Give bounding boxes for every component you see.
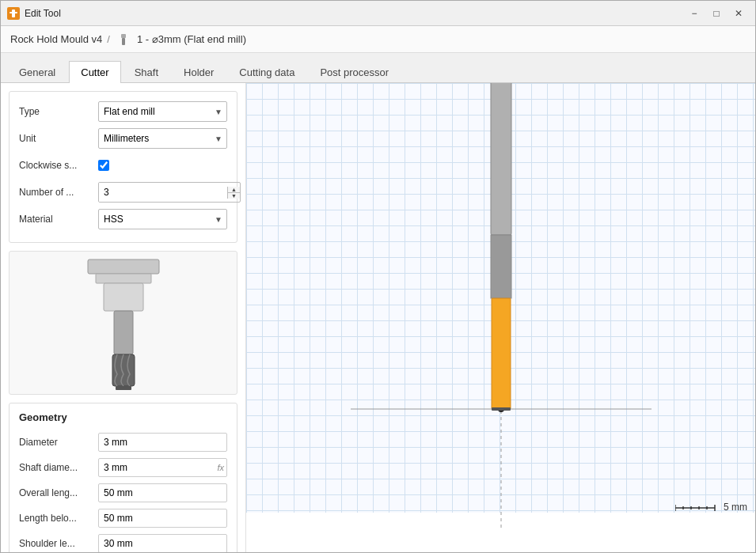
tab-post-processor[interactable]: Post processor bbox=[308, 61, 401, 83]
breadcrumb-project: Rock Hold Mould v4 bbox=[10, 33, 102, 45]
flutes-input[interactable] bbox=[99, 183, 227, 202]
shaft-diam-label: Shaft diame... bbox=[19, 462, 98, 473]
type-row: Type Flat end mill ▼ bbox=[19, 100, 227, 123]
clockwise-control bbox=[98, 160, 227, 171]
length-below-control bbox=[98, 509, 227, 528]
geometry-title: Geometry bbox=[19, 411, 227, 423]
svg-rect-9 bbox=[116, 386, 131, 390]
shoulder-label: Shoulder le... bbox=[19, 538, 98, 549]
unit-label: Unit bbox=[19, 133, 98, 144]
minimize-button[interactable]: − bbox=[684, 3, 705, 24]
clockwise-row: Clockwise s... bbox=[19, 153, 227, 177]
cutter-properties-section: Type Flat end mill ▼ Unit Millimeters bbox=[9, 91, 237, 243]
shoulder-input[interactable] bbox=[98, 534, 227, 552]
diameter-row: Diameter bbox=[19, 431, 227, 453]
viewer-svg bbox=[351, 83, 652, 528]
svg-rect-2 bbox=[121, 34, 126, 38]
svg-rect-6 bbox=[104, 283, 143, 311]
window-title: Edit Tool bbox=[25, 8, 684, 19]
clockwise-label: Clockwise s... bbox=[19, 160, 98, 171]
tool-svg bbox=[76, 252, 171, 394]
shaft-diam-input[interactable] bbox=[98, 458, 227, 477]
svg-rect-3 bbox=[122, 38, 125, 45]
svg-rect-4 bbox=[88, 259, 159, 274]
tab-general[interactable]: General bbox=[7, 61, 67, 83]
unit-control: Millimeters ▼ bbox=[98, 128, 227, 149]
scale-label: 5 mm bbox=[724, 502, 747, 513]
shoulder-control bbox=[98, 534, 227, 552]
length-below-row: Length belo... bbox=[19, 507, 227, 529]
type-label: Type bbox=[19, 106, 98, 117]
tab-bar: General Cutter Shaft Holder Cutting data… bbox=[1, 53, 755, 83]
svg-rect-15 bbox=[492, 298, 511, 409]
app-icon bbox=[7, 7, 20, 20]
flutes-row: Number of ... ▲ ▼ bbox=[19, 180, 227, 204]
length-below-input[interactable] bbox=[98, 509, 227, 528]
tab-holder[interactable]: Holder bbox=[172, 61, 226, 83]
unit-select[interactable]: Millimeters bbox=[98, 128, 227, 149]
breadcrumb: Rock Hold Mould v4 / 1 - ⌀3mm (Flat end … bbox=[1, 26, 755, 53]
flutes-spinner-buttons: ▲ ▼ bbox=[227, 187, 240, 199]
svg-rect-1 bbox=[12, 9, 15, 17]
tool-image bbox=[9, 251, 237, 395]
flutes-control: ▲ ▼ bbox=[98, 182, 241, 203]
svg-rect-13 bbox=[491, 83, 511, 235]
flutes-spinner: ▲ ▼ bbox=[98, 182, 241, 203]
material-label: Material bbox=[19, 214, 98, 225]
flutes-increment[interactable]: ▲ bbox=[228, 187, 240, 193]
right-panel: 5 mm Accept Cancel bbox=[246, 83, 755, 552]
overall-length-row: Overall leng... bbox=[19, 482, 227, 504]
window-controls: − □ ✕ bbox=[684, 3, 749, 24]
maximize-button[interactable]: □ bbox=[706, 3, 727, 24]
tab-cutter[interactable]: Cutter bbox=[69, 61, 120, 83]
flutes-decrement[interactable]: ▼ bbox=[228, 193, 240, 199]
diameter-control bbox=[98, 433, 227, 452]
material-control: HSS ▼ bbox=[98, 209, 227, 229]
tool-visualization bbox=[246, 83, 755, 513]
svg-rect-7 bbox=[114, 311, 133, 354]
unit-row: Unit Millimeters ▼ bbox=[19, 127, 227, 150]
material-select[interactable]: HSS bbox=[98, 209, 227, 229]
overall-length-control bbox=[98, 483, 227, 502]
tab-cutting-data[interactable]: Cutting data bbox=[227, 61, 306, 83]
breadcrumb-tool: 1 - ⌀3mm (Flat end mill) bbox=[137, 33, 246, 45]
edit-tool-window: Edit Tool − □ ✕ Rock Hold Mould v4 / 1 -… bbox=[0, 0, 756, 553]
breadcrumb-separator: / bbox=[107, 33, 110, 45]
close-button[interactable]: ✕ bbox=[728, 3, 749, 24]
flutes-label: Number of ... bbox=[19, 187, 98, 198]
svg-rect-14 bbox=[491, 235, 511, 298]
type-control: Flat end mill ▼ bbox=[98, 101, 227, 122]
svg-rect-16 bbox=[492, 407, 511, 411]
overall-length-input[interactable] bbox=[98, 483, 227, 502]
shoulder-row: Shoulder le... bbox=[19, 532, 227, 552]
material-row: Material HSS ▼ bbox=[19, 207, 227, 231]
main-content: Type Flat end mill ▼ Unit Millimeters bbox=[1, 83, 755, 552]
shaft-diam-row: Shaft diame... fx bbox=[19, 456, 227, 479]
left-panel: Type Flat end mill ▼ Unit Millimeters bbox=[1, 83, 246, 552]
geometry-section: Geometry Diameter Shaft diame... fx bbox=[9, 403, 237, 552]
clockwise-checkbox[interactable] bbox=[98, 160, 109, 171]
type-select[interactable]: Flat end mill bbox=[98, 101, 227, 122]
titlebar: Edit Tool − □ ✕ bbox=[1, 1, 755, 26]
diameter-input[interactable] bbox=[98, 433, 227, 452]
tool-icon bbox=[115, 34, 132, 45]
diameter-label: Diameter bbox=[19, 437, 98, 448]
scale-bar: 5 mm bbox=[675, 502, 747, 513]
svg-rect-5 bbox=[96, 274, 151, 283]
scale-ticks-svg bbox=[675, 502, 719, 513]
tab-shaft[interactable]: Shaft bbox=[123, 61, 170, 83]
shaft-diam-control: fx bbox=[98, 458, 227, 477]
length-below-label: Length belo... bbox=[19, 513, 98, 524]
overall-length-label: Overall leng... bbox=[19, 487, 98, 498]
